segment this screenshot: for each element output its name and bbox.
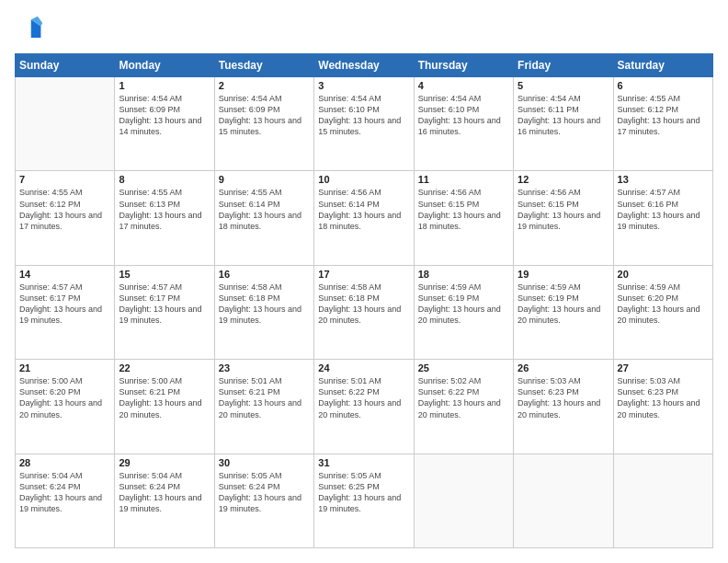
week-row-3: 14Sunrise: 4:57 AMSunset: 6:17 PMDayligh… xyxy=(16,265,713,359)
day-cell: 25Sunrise: 5:02 AMSunset: 6:22 PMDayligh… xyxy=(414,360,513,454)
day-cell: 11Sunrise: 4:56 AMSunset: 6:15 PMDayligh… xyxy=(414,171,513,265)
day-info: Sunrise: 5:03 AMSunset: 6:23 PMDaylight:… xyxy=(618,375,709,420)
day-cell: 1Sunrise: 4:54 AMSunset: 6:09 PMDaylight… xyxy=(115,77,214,171)
day-cell: 12Sunrise: 4:56 AMSunset: 6:15 PMDayligh… xyxy=(514,171,613,265)
day-cell: 30Sunrise: 5:05 AMSunset: 6:24 PMDayligh… xyxy=(214,454,313,547)
day-number: 17 xyxy=(318,269,409,280)
day-cell: 19Sunrise: 4:59 AMSunset: 6:19 PMDayligh… xyxy=(514,265,613,359)
day-number: 27 xyxy=(618,362,709,373)
day-info: Sunrise: 4:57 AMSunset: 6:17 PMDaylight:… xyxy=(119,282,210,327)
day-info: Sunrise: 4:57 AMSunset: 6:17 PMDaylight:… xyxy=(19,282,110,327)
day-number: 30 xyxy=(219,457,310,468)
day-info: Sunrise: 4:56 AMSunset: 6:14 PMDaylight:… xyxy=(318,187,409,232)
day-cell: 3Sunrise: 4:54 AMSunset: 6:10 PMDaylight… xyxy=(314,77,414,171)
day-info: Sunrise: 5:03 AMSunset: 6:23 PMDaylight:… xyxy=(518,375,609,420)
day-number: 1 xyxy=(119,80,210,91)
day-cell xyxy=(514,454,613,547)
week-row-4: 21Sunrise: 5:00 AMSunset: 6:20 PMDayligh… xyxy=(16,360,713,454)
day-number: 21 xyxy=(19,362,110,373)
day-info: Sunrise: 4:56 AMSunset: 6:15 PMDaylight:… xyxy=(418,187,509,232)
day-number: 14 xyxy=(19,269,110,280)
day-info: Sunrise: 4:58 AMSunset: 6:18 PMDaylight:… xyxy=(219,282,310,327)
day-number: 25 xyxy=(418,362,509,373)
day-number: 11 xyxy=(418,174,509,185)
day-cell xyxy=(613,454,712,547)
week-row-5: 28Sunrise: 5:04 AMSunset: 6:24 PMDayligh… xyxy=(16,454,713,547)
day-number: 23 xyxy=(219,362,310,373)
day-cell: 18Sunrise: 4:59 AMSunset: 6:19 PMDayligh… xyxy=(414,265,513,359)
day-number: 16 xyxy=(219,269,310,280)
day-number: 18 xyxy=(418,269,509,280)
day-cell: 7Sunrise: 4:55 AMSunset: 6:12 PMDaylight… xyxy=(16,171,115,265)
day-info: Sunrise: 4:58 AMSunset: 6:18 PMDaylight:… xyxy=(318,282,409,327)
page: SundayMondayTuesdayWednesdayThursdayFrid… xyxy=(0,0,728,563)
day-number: 22 xyxy=(119,362,210,373)
day-info: Sunrise: 4:54 AMSunset: 6:09 PMDaylight:… xyxy=(219,93,310,138)
day-info: Sunrise: 4:59 AMSunset: 6:20 PMDaylight:… xyxy=(618,282,709,327)
day-info: Sunrise: 5:01 AMSunset: 6:22 PMDaylight:… xyxy=(318,375,409,420)
day-cell: 28Sunrise: 5:04 AMSunset: 6:24 PMDayligh… xyxy=(16,454,115,547)
day-number: 15 xyxy=(119,269,210,280)
day-cell: 8Sunrise: 4:55 AMSunset: 6:13 PMDaylight… xyxy=(115,171,214,265)
day-number: 5 xyxy=(518,80,609,91)
day-number: 10 xyxy=(318,174,409,185)
day-info: Sunrise: 4:54 AMSunset: 6:09 PMDaylight:… xyxy=(119,93,210,138)
day-number: 2 xyxy=(219,80,310,91)
day-info: Sunrise: 4:55 AMSunset: 6:12 PMDaylight:… xyxy=(19,187,110,232)
day-cell: 24Sunrise: 5:01 AMSunset: 6:22 PMDayligh… xyxy=(314,360,414,454)
day-info: Sunrise: 4:55 AMSunset: 6:14 PMDaylight:… xyxy=(219,187,310,232)
day-number: 24 xyxy=(318,362,409,373)
day-info: Sunrise: 5:02 AMSunset: 6:22 PMDaylight:… xyxy=(418,375,509,420)
calendar: SundayMondayTuesdayWednesdayThursdayFrid… xyxy=(15,53,713,548)
day-cell: 15Sunrise: 4:57 AMSunset: 6:17 PMDayligh… xyxy=(115,265,214,359)
day-number: 31 xyxy=(318,457,409,468)
day-info: Sunrise: 4:54 AMSunset: 6:10 PMDaylight:… xyxy=(318,93,409,138)
day-cell: 4Sunrise: 4:54 AMSunset: 6:10 PMDaylight… xyxy=(414,77,513,171)
header xyxy=(15,15,713,44)
day-info: Sunrise: 5:05 AMSunset: 6:25 PMDaylight:… xyxy=(318,470,409,515)
day-number: 20 xyxy=(618,269,709,280)
day-info: Sunrise: 5:05 AMSunset: 6:24 PMDaylight:… xyxy=(219,470,310,515)
weekday-header-sunday: Sunday xyxy=(16,54,115,77)
logo xyxy=(15,15,48,44)
day-info: Sunrise: 4:57 AMSunset: 6:16 PMDaylight:… xyxy=(618,187,709,232)
day-info: Sunrise: 4:54 AMSunset: 6:11 PMDaylight:… xyxy=(518,93,609,138)
weekday-header-row: SundayMondayTuesdayWednesdayThursdayFrid… xyxy=(16,54,713,77)
day-info: Sunrise: 4:55 AMSunset: 6:13 PMDaylight:… xyxy=(119,187,210,232)
day-number: 12 xyxy=(518,174,609,185)
weekday-header-saturday: Saturday xyxy=(613,54,712,77)
day-info: Sunrise: 4:59 AMSunset: 6:19 PMDaylight:… xyxy=(418,282,509,327)
day-number: 19 xyxy=(518,269,609,280)
logo-icon xyxy=(15,15,44,44)
day-cell: 29Sunrise: 5:04 AMSunset: 6:24 PMDayligh… xyxy=(115,454,214,547)
day-number: 6 xyxy=(618,80,709,91)
day-info: Sunrise: 5:04 AMSunset: 6:24 PMDaylight:… xyxy=(19,470,110,515)
day-cell: 27Sunrise: 5:03 AMSunset: 6:23 PMDayligh… xyxy=(613,360,712,454)
day-cell: 17Sunrise: 4:58 AMSunset: 6:18 PMDayligh… xyxy=(314,265,414,359)
day-number: 3 xyxy=(318,80,409,91)
weekday-header-wednesday: Wednesday xyxy=(314,54,414,77)
weekday-header-friday: Friday xyxy=(514,54,613,77)
day-cell: 26Sunrise: 5:03 AMSunset: 6:23 PMDayligh… xyxy=(514,360,613,454)
day-cell: 22Sunrise: 5:00 AMSunset: 6:21 PMDayligh… xyxy=(115,360,214,454)
day-cell: 6Sunrise: 4:55 AMSunset: 6:12 PMDaylight… xyxy=(613,77,712,171)
day-cell: 21Sunrise: 5:00 AMSunset: 6:20 PMDayligh… xyxy=(16,360,115,454)
day-number: 28 xyxy=(19,457,110,468)
day-cell: 10Sunrise: 4:56 AMSunset: 6:14 PMDayligh… xyxy=(314,171,414,265)
day-number: 26 xyxy=(518,362,609,373)
day-cell: 16Sunrise: 4:58 AMSunset: 6:18 PMDayligh… xyxy=(214,265,313,359)
day-cell: 14Sunrise: 4:57 AMSunset: 6:17 PMDayligh… xyxy=(16,265,115,359)
day-info: Sunrise: 4:56 AMSunset: 6:15 PMDaylight:… xyxy=(518,187,609,232)
day-number: 4 xyxy=(418,80,509,91)
weekday-header-tuesday: Tuesday xyxy=(214,54,313,77)
weekday-header-thursday: Thursday xyxy=(414,54,513,77)
day-info: Sunrise: 5:00 AMSunset: 6:20 PMDaylight:… xyxy=(19,375,110,420)
day-cell: 20Sunrise: 4:59 AMSunset: 6:20 PMDayligh… xyxy=(613,265,712,359)
day-info: Sunrise: 4:54 AMSunset: 6:10 PMDaylight:… xyxy=(418,93,509,138)
week-row-1: 1Sunrise: 4:54 AMSunset: 6:09 PMDaylight… xyxy=(16,77,713,171)
day-number: 9 xyxy=(219,174,310,185)
week-row-2: 7Sunrise: 4:55 AMSunset: 6:12 PMDaylight… xyxy=(16,171,713,265)
day-cell xyxy=(16,77,115,171)
day-info: Sunrise: 5:00 AMSunset: 6:21 PMDaylight:… xyxy=(119,375,210,420)
day-cell: 5Sunrise: 4:54 AMSunset: 6:11 PMDaylight… xyxy=(514,77,613,171)
